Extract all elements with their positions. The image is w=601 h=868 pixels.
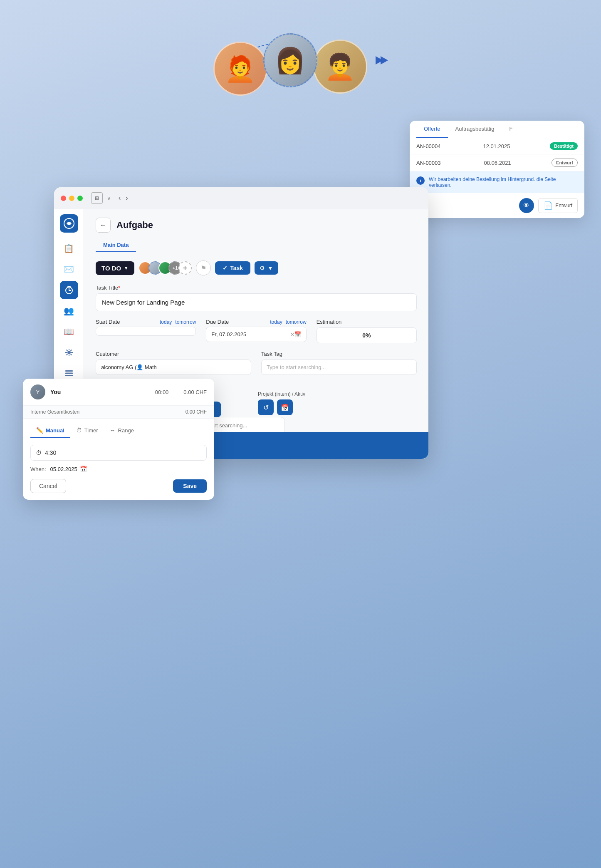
task-title-field: Task Title* New Design for Landing Page <box>96 285 417 311</box>
dates-row: Start Date today tomorrow Due Date <box>96 319 417 343</box>
window-titlebar: ⊞ ∨ ‹ › <box>54 187 428 209</box>
add-assignee-button[interactable]: + <box>178 261 192 275</box>
document-card: Offerte Auftragsbestätig F AN-00004 12.0… <box>410 121 584 218</box>
start-tomorrow-btn[interactable]: tomorrow <box>175 319 196 325</box>
range-label: Range <box>118 427 134 434</box>
table-row: AN-00003 08.06.2021 Entwurf <box>410 154 584 171</box>
task-button[interactable]: ✓ Task <box>215 261 250 275</box>
settings-button[interactable]: ⚙ ▼ <box>255 261 278 275</box>
save-button[interactable]: Save <box>173 479 207 493</box>
timer-tab-icon: ⏱ <box>76 427 82 434</box>
settings-dropdown-arrow: ▼ <box>267 265 273 271</box>
start-date-input[interactable] <box>96 327 196 336</box>
pdf-label: Entwurf <box>555 203 572 208</box>
close-button[interactable] <box>61 196 66 201</box>
sidebar-item-timer[interactable] <box>60 281 78 299</box>
due-date-calendar-icon[interactable]: 📅 <box>294 331 301 337</box>
avatar-3: 🧑‍🦱 <box>313 40 367 94</box>
estimation-input[interactable]: 0% <box>317 327 417 343</box>
svg-rect-14 <box>65 370 73 372</box>
time-entry-value: 4:30 <box>45 449 56 456</box>
cancel-button[interactable]: Cancel <box>30 479 66 493</box>
layout-icon[interactable]: ⊞ <box>91 192 103 204</box>
due-date-clear-btn[interactable]: ✕ <box>290 332 294 337</box>
sidebar-item-mail[interactable]: ✉️ <box>60 260 78 278</box>
maximize-button[interactable] <box>77 196 83 201</box>
todo-label: TO DO <box>101 265 121 272</box>
due-date-input[interactable]: Fr, 07.02.2025 ✕ 📅 <box>206 327 306 342</box>
popup-tab-manual[interactable]: ✏️ Manual <box>30 424 70 438</box>
tabs-row: Main Data <box>96 238 417 252</box>
layout-chevron[interactable]: ∨ <box>107 195 111 201</box>
range-icon: ↔ <box>110 427 116 434</box>
eye-icon[interactable]: 👁 <box>519 198 534 213</box>
minimize-button[interactable] <box>69 196 74 201</box>
nav-forward-arrow[interactable]: › <box>126 194 128 202</box>
traffic-lights <box>61 196 83 201</box>
when-label: When: <box>30 466 46 472</box>
popup-actions: Cancel Save <box>30 479 207 493</box>
doc-table: AN-00004 12.01.2025 Bestätigt AN-00003 0… <box>410 138 584 171</box>
sidebar-item-book[interactable]: 📖 <box>60 322 78 341</box>
doc-info-bar: i Wir bearbeiten deine Bestellung im Hin… <box>410 171 584 193</box>
due-tomorrow-btn[interactable]: tomorrow <box>286 319 307 325</box>
estimation-group: Estimation 0% <box>317 319 417 343</box>
when-date-text: 05.02.2025 <box>50 466 77 472</box>
pdf-button[interactable]: 📄 Entwurf <box>538 198 578 213</box>
due-today-btn[interactable]: today <box>270 319 282 325</box>
due-date-value: Fr, 07.02.2025 <box>211 331 290 337</box>
manual-icon: ✏️ <box>36 427 43 434</box>
when-calendar-icon[interactable]: 📅 <box>80 466 87 472</box>
refresh-button[interactable]: ↺ <box>258 399 274 415</box>
task-tag-group: Task Tag Type to start searching... <box>261 351 417 375</box>
doc-tab-auftragsbestatigung[interactable]: Auftragsbestätig <box>448 121 502 138</box>
customer-input[interactable]: aiconomy AG (👤 Math <box>96 360 251 375</box>
sidebar-item-users[interactable]: 👥 <box>60 302 78 320</box>
info-icon: i <box>416 176 425 185</box>
due-date-shortcuts: today tomorrow <box>270 319 306 325</box>
sidebar-item-graph[interactable] <box>60 343 78 362</box>
when-date-value: 05.02.2025 📅 <box>50 466 87 472</box>
doc-tab-offerte[interactable]: Offerte <box>416 121 448 138</box>
time-clock-icon: ⏱ <box>36 449 42 456</box>
doc-card-tabs: Offerte Auftragsbestätig F <box>410 121 584 138</box>
customer-tag-row: Customer aiconomy AG (👤 Math Task Tag Ty… <box>96 351 417 375</box>
page-title: Aufgabe <box>116 220 153 231</box>
task-title-input[interactable]: New Design for Landing Page <box>96 293 417 311</box>
due-date-group: Due Date today tomorrow Fr, 07.02.2025 ✕… <box>206 319 306 343</box>
avatars-section: 🧑‍🦰 👩 🧑‍🦱 <box>197 25 405 137</box>
sidebar-logo <box>60 214 78 233</box>
task-tag-input[interactable]: Type to start searching... <box>261 360 417 375</box>
timer-tab-label: Timer <box>84 427 98 434</box>
estimation-label: Estimation <box>317 319 417 325</box>
assignee-avatars: +1 + <box>139 261 192 275</box>
task-btn-label: Task <box>230 265 243 271</box>
back-button[interactable]: ← <box>96 218 111 233</box>
popup-username: You <box>50 389 150 395</box>
when-row: When: 05.02.2025 📅 <box>30 466 207 472</box>
doc-tab-extra[interactable]: F <box>502 121 520 138</box>
tab-main-data[interactable]: Main Data <box>96 238 136 252</box>
table-row: AN-00004 12.01.2025 Bestätigt <box>410 138 584 154</box>
start-today-btn[interactable]: today <box>160 319 172 325</box>
nav-arrows: ‹ › <box>119 194 128 202</box>
svg-line-12 <box>70 350 72 351</box>
todo-status-badge[interactable]: TO DO ▼ <box>96 261 134 275</box>
flag-button[interactable]: ⚑ <box>196 260 211 275</box>
popup-time-value: 00:00 <box>155 389 169 395</box>
svg-point-5 <box>67 351 71 354</box>
time-tracking-popup: Y You 00:00 0.00 CHF Interne Gesamtkoste… <box>23 379 214 500</box>
nav-back-arrow[interactable]: ‹ <box>119 194 121 202</box>
status-badge-bestatigt: Bestätigt <box>550 142 578 150</box>
due-date-label: Due Date <box>206 319 229 325</box>
popup-tab-range[interactable]: ↔ Range <box>104 424 140 438</box>
sidebar-item-clipboard[interactable]: 📋 <box>60 239 78 258</box>
doc-row-num-1: AN-00004 <box>416 143 478 149</box>
task-check-icon: ✓ <box>223 265 228 271</box>
popup-total-row: Interne Gesamtkosten 0.00 CHF <box>23 406 214 419</box>
time-entry-field[interactable]: ⏱ 4:30 <box>30 445 207 461</box>
popup-user-avatar: Y <box>30 384 45 399</box>
required-marker: * <box>118 285 120 291</box>
popup-tab-timer[interactable]: ⏱ Timer <box>70 424 104 438</box>
calendar-button[interactable]: 📅 <box>277 399 293 415</box>
